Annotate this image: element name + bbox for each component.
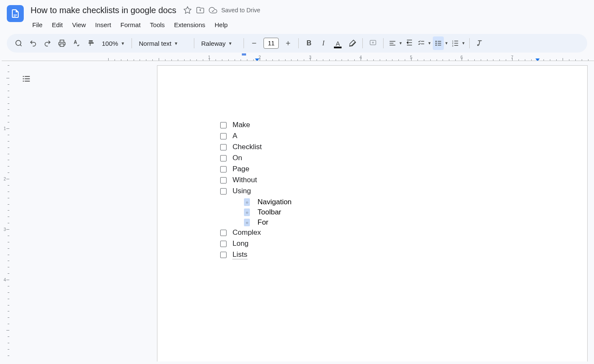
sublist-item[interactable]: ○Toolbar <box>244 208 545 217</box>
svg-rect-17 <box>438 41 441 42</box>
checklist-text[interactable]: Long <box>233 239 249 248</box>
cloud-saved-icon[interactable] <box>209 6 217 14</box>
checkbox-icon[interactable] <box>220 166 227 172</box>
checkbox-icon[interactable] <box>220 133 227 139</box>
svg-point-16 <box>436 44 437 46</box>
checkbox-icon[interactable] <box>220 252 227 258</box>
paragraph-style-select[interactable]: Normal text▼ <box>135 36 191 50</box>
sub-bullet-icon[interactable]: ○ <box>244 219 250 226</box>
document-outline-icon[interactable] <box>20 73 32 85</box>
separator <box>132 38 132 48</box>
checklist-item[interactable]: Make <box>220 121 545 129</box>
checklist-item[interactable]: On <box>220 154 545 162</box>
horizontal-ruler[interactable]: 1234567 <box>2 53 594 61</box>
increase-font-icon[interactable] <box>281 36 295 50</box>
checklist-item[interactable]: Complex <box>220 228 545 237</box>
menu-file[interactable]: File <box>28 19 47 30</box>
numbered-list-button[interactable]: 123▼ <box>450 36 466 50</box>
sub-bullet-icon[interactable]: ○ <box>244 208 250 216</box>
separator <box>244 38 244 48</box>
checklist-button[interactable]: ▼ <box>416 36 432 50</box>
vertical-ruler[interactable]: 1234 <box>0 61 9 361</box>
style-value: Normal text <box>139 40 171 47</box>
checklist-text[interactable]: Without <box>233 176 257 184</box>
menu-format[interactable]: Format <box>116 19 145 30</box>
sub-bullet-icon[interactable]: ○ <box>244 198 250 206</box>
menu-insert[interactable]: Insert <box>91 19 115 30</box>
chevron-down-icon: ▼ <box>461 41 466 45</box>
move-folder-icon[interactable] <box>196 6 205 14</box>
insert-comment-icon[interactable] <box>366 36 380 50</box>
checklist-item[interactable]: Long <box>220 239 545 248</box>
checkbox-icon[interactable] <box>220 155 227 161</box>
checkbox-icon[interactable] <box>220 144 227 150</box>
checklist-text[interactable]: Using <box>233 187 251 195</box>
spellcheck-icon[interactable] <box>70 36 83 50</box>
document-canvas[interactable]: Make A Checklist On Page Without Using ○… <box>9 61 594 361</box>
font-select[interactable]: Raleway▼ <box>198 36 240 50</box>
svg-rect-2 <box>60 44 64 47</box>
checkbox-icon[interactable] <box>220 241 227 247</box>
checklist-item[interactable]: A <box>220 132 545 140</box>
document-page[interactable]: Make A Checklist On Page Without Using ○… <box>157 65 588 361</box>
undo-icon[interactable] <box>26 36 40 50</box>
search-menus-icon[interactable] <box>12 36 25 50</box>
svg-text:1: 1 <box>452 40 454 42</box>
menu-tools[interactable]: Tools <box>146 19 169 30</box>
sublist-text[interactable]: Navigation <box>258 198 291 206</box>
menu-view[interactable]: View <box>68 19 90 30</box>
checklist-item[interactable]: Page <box>220 165 545 173</box>
sublist-item[interactable]: ○For <box>244 218 545 227</box>
sublist-text[interactable]: For <box>258 218 269 227</box>
checklist-after: Complex Long Lists <box>220 228 545 259</box>
sublist-item[interactable]: ○Navigation <box>244 198 545 206</box>
font-size-input[interactable] <box>263 38 279 49</box>
document-title[interactable]: How to make checklists in google docs <box>28 5 179 16</box>
decrease-font-icon[interactable] <box>247 36 261 50</box>
checklist-text[interactable]: On <box>233 154 242 162</box>
svg-rect-28 <box>23 78 24 79</box>
checklist-item[interactable]: Lists <box>220 250 545 259</box>
sublist-text[interactable]: Toolbar <box>258 208 281 217</box>
checklist-item[interactable]: Checklist <box>220 143 545 151</box>
app-header: How to make checklists in google docs Sa… <box>0 0 594 31</box>
italic-icon[interactable]: I <box>317 36 330 50</box>
saved-status[interactable]: Saved to Drive <box>221 7 261 14</box>
zoom-select[interactable]: 100%▼ <box>98 36 128 50</box>
menu-extensions[interactable]: Extensions <box>170 19 209 30</box>
checklist-text[interactable]: Complex <box>233 228 261 237</box>
zoom-value: 100% <box>102 40 118 47</box>
checklist-text[interactable]: Page <box>233 165 249 173</box>
line-spacing-button[interactable] <box>404 36 415 50</box>
separator <box>194 38 194 48</box>
text-color-icon[interactable]: A <box>331 36 345 50</box>
chevron-down-icon: ▼ <box>398 41 403 45</box>
font-size-group <box>247 36 295 50</box>
star-icon[interactable] <box>183 6 192 14</box>
checklist-text[interactable]: A <box>233 132 237 140</box>
svg-rect-26 <box>23 76 24 77</box>
separator <box>362 38 363 48</box>
menu-edit[interactable]: Edit <box>48 19 67 30</box>
checkbox-icon[interactable] <box>220 230 227 236</box>
first-line-indent-marker[interactable] <box>242 53 246 56</box>
checklist-text[interactable]: Lists <box>233 250 247 259</box>
clear-formatting-icon[interactable] <box>473 36 487 50</box>
checklist-item[interactable]: Using <box>220 187 545 195</box>
checklist-item[interactable]: Without <box>220 176 545 184</box>
bulleted-list-button[interactable]: ▼ <box>433 36 449 50</box>
checklist-text[interactable]: Checklist <box>233 143 262 151</box>
docs-logo-icon[interactable] <box>7 5 24 22</box>
align-button[interactable]: ▼ <box>387 36 403 50</box>
checklist-text[interactable]: Make <box>233 121 250 129</box>
checkbox-icon[interactable] <box>220 188 227 195</box>
menu-help[interactable]: Help <box>210 19 232 30</box>
highlight-color-icon[interactable] <box>345 36 359 50</box>
bold-icon[interactable]: B <box>302 36 316 50</box>
print-icon[interactable] <box>55 36 69 50</box>
chevron-down-icon: ▼ <box>120 41 125 46</box>
checkbox-icon[interactable] <box>220 122 227 128</box>
redo-icon[interactable] <box>41 36 54 50</box>
checkbox-icon[interactable] <box>220 177 227 183</box>
paint-format-icon[interactable] <box>84 36 98 50</box>
